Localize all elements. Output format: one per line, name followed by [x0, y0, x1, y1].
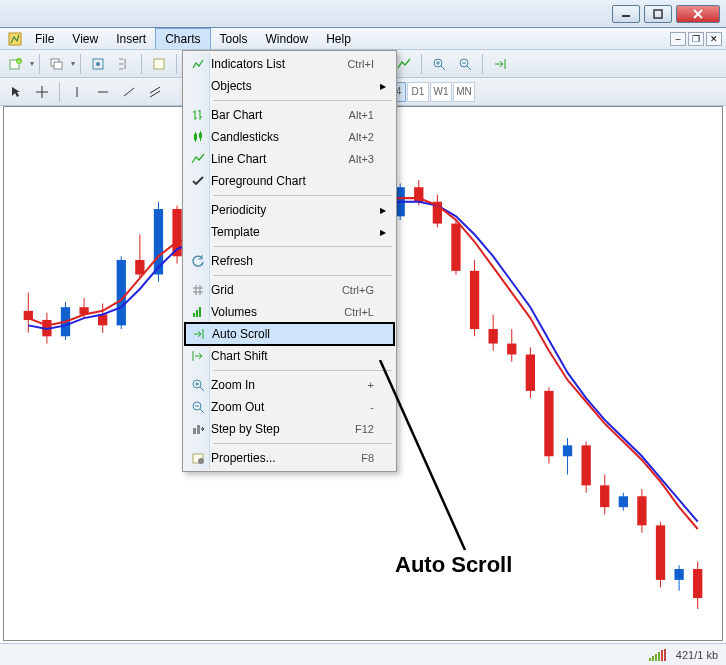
new-order-button[interactable]: [147, 53, 171, 75]
window-minimize-button[interactable]: [612, 5, 640, 23]
timeframe-mn[interactable]: MN: [453, 82, 475, 102]
linechart-icon: [185, 152, 211, 166]
refresh-icon: [185, 254, 211, 268]
svg-rect-9: [54, 62, 62, 69]
menu-item-label: Objects: [211, 79, 374, 93]
menu-insert[interactable]: Insert: [107, 28, 155, 49]
svg-line-123: [200, 409, 204, 413]
indicators-icon: [185, 57, 211, 71]
volumes-icon: [185, 305, 211, 319]
menu-item-label: Properties...: [211, 451, 361, 465]
svg-rect-96: [581, 445, 590, 485]
mdi-restore-button[interactable]: ❐: [688, 32, 704, 46]
svg-rect-82: [451, 224, 460, 271]
menu-item-label: Refresh: [211, 254, 374, 268]
menu-item-label: Grid: [211, 283, 342, 297]
menu-item-label: Line Chart: [211, 152, 349, 166]
menu-item-shortcut: Ctrl+I: [347, 58, 374, 70]
new-chart-button[interactable]: +: [4, 53, 28, 75]
menu-item-zoom-in[interactable]: Zoom In+: [185, 374, 394, 396]
menu-item-periodicity[interactable]: Periodicity▶: [185, 199, 394, 221]
menu-view[interactable]: View: [63, 28, 107, 49]
hline-button[interactable]: [91, 81, 115, 103]
svg-point-128: [198, 458, 204, 464]
menu-item-indicators-list[interactable]: Indicators ListCtrl+I: [185, 53, 394, 75]
menu-item-zoom-out[interactable]: Zoom Out-: [185, 396, 394, 418]
menu-item-template[interactable]: Template▶: [185, 221, 394, 243]
step-icon: [185, 422, 211, 436]
menu-item-auto-scroll[interactable]: Auto Scroll: [184, 322, 395, 346]
mdi-controls: – ❐ ✕: [670, 28, 726, 49]
zoomout-toolbar-button[interactable]: [453, 53, 477, 75]
autoscroll-toolbar-button[interactable]: [488, 53, 512, 75]
menu-item-objects[interactable]: Objects▶: [185, 75, 394, 97]
channel-button[interactable]: [143, 81, 167, 103]
menu-item-step-by-step[interactable]: Step by StepF12: [185, 418, 394, 440]
svg-line-119: [200, 387, 204, 391]
svg-rect-113: [193, 313, 195, 317]
menu-item-volumes[interactable]: VolumesCtrl+L: [185, 301, 394, 323]
svg-rect-12: [154, 59, 164, 69]
svg-line-21: [441, 66, 445, 70]
menu-item-refresh[interactable]: Refresh: [185, 250, 394, 272]
window-close-button[interactable]: [676, 5, 720, 23]
menu-item-label: Indicators List: [211, 57, 347, 71]
svg-rect-102: [637, 496, 646, 525]
menu-charts[interactable]: Charts: [155, 28, 210, 49]
svg-rect-92: [544, 391, 553, 456]
menu-item-shortcut: Alt+1: [349, 109, 374, 121]
autoscroll-icon: [186, 327, 212, 341]
menu-file[interactable]: File: [26, 28, 63, 49]
submenu-arrow-icon: ▶: [380, 228, 386, 237]
svg-line-32: [124, 88, 134, 96]
svg-rect-104: [656, 525, 665, 580]
svg-rect-115: [199, 307, 201, 317]
menu-item-label: Foreground Chart: [211, 174, 374, 188]
menu-item-grid[interactable]: GridCtrl+G: [185, 279, 394, 301]
menu-item-shortcut: Alt+3: [349, 153, 374, 165]
menu-item-line-chart[interactable]: Line ChartAlt+3: [185, 148, 394, 170]
menu-item-candlesticks[interactable]: CandlesticksAlt+2: [185, 126, 394, 148]
vline-button[interactable]: [65, 81, 89, 103]
submenu-arrow-icon: ▶: [380, 82, 386, 91]
timeframe-d1[interactable]: D1: [407, 82, 429, 102]
profiles-button[interactable]: [45, 53, 69, 75]
svg-point-11: [96, 62, 100, 66]
menubar: FileViewInsertChartsToolsWindowHelp – ❐ …: [0, 28, 726, 50]
menu-item-label: Periodicity: [211, 203, 374, 217]
menu-item-label: Volumes: [211, 305, 344, 319]
svg-rect-88: [507, 344, 516, 355]
zoomin-toolbar-button[interactable]: [427, 53, 451, 75]
menu-item-label: Chart Shift: [211, 349, 374, 363]
submenu-arrow-icon: ▶: [380, 206, 386, 215]
cursor-button[interactable]: [4, 81, 28, 103]
market-watch-button[interactable]: [86, 53, 110, 75]
menu-item-properties[interactable]: Properties...F8: [185, 447, 394, 469]
trendline-button[interactable]: [117, 81, 141, 103]
menu-tools[interactable]: Tools: [211, 28, 257, 49]
crosshair-button[interactable]: [30, 81, 54, 103]
menu-help[interactable]: Help: [317, 28, 360, 49]
timeframe-w1[interactable]: W1: [430, 82, 452, 102]
window-maximize-button[interactable]: [644, 5, 672, 23]
menu-item-label: Bar Chart: [211, 108, 349, 122]
menu-item-chart-shift[interactable]: Chart Shift: [185, 345, 394, 367]
menu-item-bar-chart[interactable]: Bar ChartAlt+1: [185, 104, 394, 126]
menu-item-shortcut: -: [370, 401, 374, 413]
navigator-button[interactable]: [112, 53, 136, 75]
svg-rect-86: [489, 329, 498, 344]
menu-item-label: Step by Step: [211, 422, 355, 436]
svg-rect-114: [196, 310, 198, 317]
menu-item-shortcut: Ctrl+G: [342, 284, 374, 296]
menu-item-shortcut: F8: [361, 452, 374, 464]
mdi-close-button[interactable]: ✕: [706, 32, 722, 46]
menu-item-label: Zoom In: [211, 378, 368, 392]
app-icon: [4, 28, 26, 49]
menu-item-label: Template: [211, 225, 374, 239]
svg-rect-100: [619, 496, 628, 507]
svg-rect-48: [135, 260, 144, 275]
charts-menu-dropdown: Indicators ListCtrl+IObjects▶Bar ChartAl…: [182, 50, 397, 472]
menu-item-foreground-chart[interactable]: Foreground Chart: [185, 170, 394, 192]
menu-window[interactable]: Window: [257, 28, 318, 49]
mdi-minimize-button[interactable]: –: [670, 32, 686, 46]
